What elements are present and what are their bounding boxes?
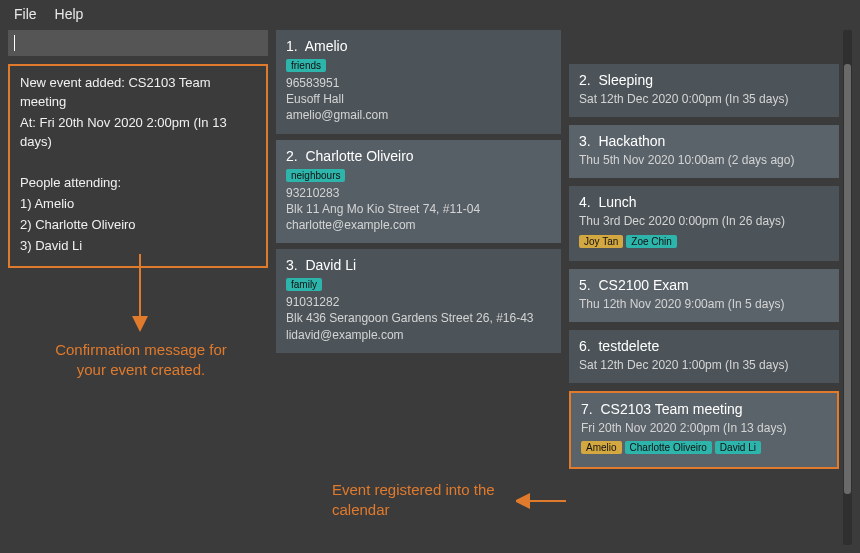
result-line: At: Fri 20th Nov 2020 2:00pm (In 13 days… <box>20 114 256 152</box>
menu-help[interactable]: Help <box>55 6 84 22</box>
events-list: 2. SleepingSat 12th Dec 2020 0:00pm (In … <box>569 30 839 545</box>
tag: Joy Tan <box>579 235 623 248</box>
text-cursor <box>14 35 15 51</box>
result-line: People attending: <box>20 174 256 193</box>
tag-row: AmelioCharlotte OliveiroDavid Li <box>581 439 827 457</box>
tag-row: friends <box>286 57 551 75</box>
event-time: Thu 12th Nov 2020 9:00am (In 5 days) <box>579 296 829 312</box>
event-title: 7. CS2103 Team meeting <box>581 401 827 417</box>
scrollbar-thumb[interactable] <box>844 64 851 494</box>
person-detail: Eusoff Hall <box>286 91 551 107</box>
events-column: 2. SleepingSat 12th Dec 2020 0:00pm (In … <box>569 30 852 545</box>
event-card-highlighted[interactable]: 7. CS2103 Team meetingFri 20th Nov 2020 … <box>569 391 839 469</box>
tag: neighbours <box>286 169 345 182</box>
person-detail: lidavid@example.com <box>286 327 551 343</box>
person-detail: Blk 436 Serangoon Gardens Street 26, #16… <box>286 310 551 326</box>
event-card[interactable]: 4. LunchThu 3rd Dec 2020 0:00pm (In 26 d… <box>569 186 839 260</box>
result-line: New event added: CS2103 Team meeting <box>20 74 256 112</box>
tag-row: family <box>286 276 551 294</box>
tag: Amelio <box>581 441 622 454</box>
event-title: 6. testdelete <box>579 338 829 354</box>
menu-file[interactable]: File <box>14 6 37 22</box>
person-card[interactable]: 1. Ameliofriends96583951Eusoff Hallameli… <box>276 30 561 134</box>
event-card[interactable]: 3. HackathonThu 5th Nov 2020 10:00am (2 … <box>569 125 839 178</box>
event-title: 5. CS2100 Exam <box>579 277 829 293</box>
tag: Zoe Chin <box>626 235 677 248</box>
person-card[interactable]: 2. Charlotte Oliveironeighbours93210283B… <box>276 140 561 244</box>
event-title: 3. Hackathon <box>579 133 829 149</box>
event-card[interactable]: 2. SleepingSat 12th Dec 2020 0:00pm (In … <box>569 64 839 117</box>
result-line: 1) Amelio <box>20 195 256 214</box>
event-title: 2. Sleeping <box>579 72 829 88</box>
people-list: 1. Ameliofriends96583951Eusoff Hallameli… <box>276 30 561 545</box>
events-scrollbar[interactable] <box>843 30 852 545</box>
event-time: Sat 12th Dec 2020 0:00pm (In 35 days) <box>579 91 829 107</box>
event-card[interactable]: 5. CS2100 ExamThu 12th Nov 2020 9:00am (… <box>569 269 839 322</box>
event-time: Sat 12th Dec 2020 1:00pm (In 35 days) <box>579 357 829 373</box>
result-line <box>20 153 256 172</box>
person-card[interactable]: 3. David Lifamily91031282Blk 436 Serango… <box>276 249 561 353</box>
tag: friends <box>286 59 326 72</box>
event-title: 4. Lunch <box>579 194 829 210</box>
main-area: New event added: CS2103 Team meeting At:… <box>0 30 860 553</box>
menubar: File Help <box>0 0 860 30</box>
command-input[interactable] <box>8 30 268 56</box>
tag: David Li <box>715 441 761 454</box>
tag-row: Joy TanZoe Chin <box>579 233 829 251</box>
event-time: Fri 20th Nov 2020 2:00pm (In 13 days) <box>581 420 827 436</box>
result-line: 3) David Li <box>20 237 256 256</box>
person-title: 2. Charlotte Oliveiro <box>286 148 551 164</box>
result-line: 2) Charlotte Oliveiro <box>20 216 256 235</box>
person-detail: 96583951 <box>286 75 551 91</box>
event-card[interactable]: 6. testdeleteSat 12th Dec 2020 1:00pm (I… <box>569 330 839 383</box>
tag: family <box>286 278 322 291</box>
result-display: New event added: CS2103 Team meeting At:… <box>8 64 268 268</box>
person-detail: amelio@gmail.com <box>286 107 551 123</box>
person-title: 1. Amelio <box>286 38 551 54</box>
event-time: Thu 5th Nov 2020 10:00am (2 days ago) <box>579 152 829 168</box>
left-column: New event added: CS2103 Team meeting At:… <box>8 30 268 545</box>
person-detail: 93210283 <box>286 185 551 201</box>
person-title: 3. David Li <box>286 257 551 273</box>
person-detail: charlotte@example.com <box>286 217 551 233</box>
tag: Charlotte Oliveiro <box>625 441 712 454</box>
person-detail: Blk 11 Ang Mo Kio Street 74, #11-04 <box>286 201 551 217</box>
person-detail: 91031282 <box>286 294 551 310</box>
tag-row: neighbours <box>286 167 551 185</box>
event-time: Thu 3rd Dec 2020 0:00pm (In 26 days) <box>579 213 829 229</box>
